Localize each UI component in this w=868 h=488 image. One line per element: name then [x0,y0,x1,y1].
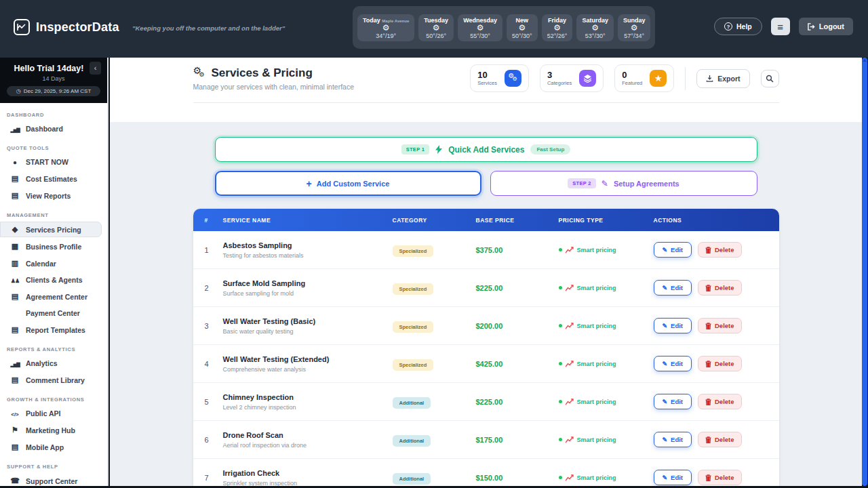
row-actions: ✎ Edit Delete [654,356,779,371]
edit-button[interactable]: ✎ Edit [654,242,692,258]
sidebar-item[interactable]: START NOW [0,155,102,169]
sidebar-section-title: QUOTE TOOLS [7,145,107,151]
row-number: 1 [205,246,223,254]
pencil-icon: ✎ [663,399,668,405]
weather-day-card: Tuesday ⚙ 50°/26° [418,14,454,41]
step1-badge: STEP 1 [401,144,430,155]
service-name: Asbestos Sampling [223,241,393,249]
sidebar-section-title: MANAGEMENT [7,212,107,218]
delete-button[interactable]: Delete [698,394,742,409]
sun-weather-icon: ⚙ [363,24,409,33]
edit-label: Edit [671,284,683,291]
weather-temps: 50°/30° [512,33,532,39]
sidebar-section: REPORTS & ANALYTICS Analytics Comment Li… [0,346,107,388]
delete-button[interactable]: Delete [698,318,742,333]
main-content: ⚙⚙ Services & Pricing Manage your servic… [110,58,862,486]
nav-icon [10,292,20,301]
sidebar-item-label: START NOW [26,158,68,166]
clock-icon: ◷ [16,88,21,94]
edit-button[interactable]: ✎ Edit [654,280,692,296]
sidebar-item[interactable]: Public API [0,406,102,421]
status-dot [559,324,562,327]
weather-day-name: Saturday [582,17,608,24]
sidebar-item[interactable]: Payment Center [0,306,102,321]
sidebar-item[interactable]: Agreement Center [0,289,102,304]
base-price: $175.00 [476,436,559,444]
pricing-type: Smart pricing [559,247,654,253]
table-row: 1 Asbestos Sampling Testing for asbestos… [193,231,779,269]
sidebar-item[interactable]: Analytics [0,356,102,371]
sidebar-item[interactable]: Marketing Hub [0,422,102,438]
sidebar-item[interactable]: Calendar [0,256,102,271]
setup-agreements-button[interactable]: STEP 2 ✎ Setup Agreements [490,171,757,196]
vertical-scrollbar[interactable] [862,58,867,486]
table-row: 3 Well Water Testing (Basic) Basic water… [193,307,779,345]
help-button[interactable]: ? Help [714,18,762,35]
col-base-price: BASE PRICE [476,217,559,224]
pricing-type-label: Smart pricing [577,323,616,329]
sidebar-item[interactable]: Cost Estimates [0,171,102,186]
trend-chart-icon [566,247,574,253]
sidebar-item-label: Business Profile [26,243,81,251]
brand: InspectorData [14,19,119,35]
category-badge: Specialized [393,245,434,257]
sun-weather-icon: ⚙ [582,24,608,33]
pencil-icon: ✎ [663,361,668,367]
quick-setup-section: STEP 1 Quick Add Services Fast Setup + A… [215,137,757,196]
sidebar-collapse-button[interactable]: ‹ [90,62,101,75]
edit-label: Edit [671,360,683,367]
trend-chart-icon [566,474,574,481]
weather-location: Maple Avenue [382,19,409,23]
sidebar-item[interactable]: Services Pricing [0,222,102,237]
hamburger-menu-button[interactable]: ≡ [771,18,790,35]
delete-button[interactable]: Delete [698,432,742,447]
table-row: 7 Irrigation Check Sprinkler system insp… [193,459,779,486]
delete-button[interactable]: Delete [698,280,742,296]
sidebar-item[interactable]: View Reports [0,188,102,203]
nav-icon [10,259,20,268]
sidebar-item[interactable]: Mobile App [0,439,102,455]
sidebar-item-label: Payment Center [26,309,80,317]
edit-button[interactable]: ✎ Edit [654,394,692,409]
sidebar-item[interactable]: Report Templates [0,322,102,338]
service-description: Comprehensive water analysis [223,366,393,373]
edit-button[interactable]: ✎ Edit [654,318,692,333]
sidebar-item[interactable]: Comment Library [0,372,102,388]
pricing-type-label: Smart pricing [577,474,616,481]
delete-button[interactable]: Delete [698,242,742,258]
edit-button[interactable]: ✎ Edit [654,432,692,447]
table-row: 5 Chimney Inspection Level 2 chimney ins… [193,383,779,421]
delete-label: Delete [715,436,734,443]
fast-setup-badge: Fast Setup [530,144,570,155]
lightning-icon [435,145,442,154]
pricing-type: Smart pricing [559,285,654,291]
add-custom-service-button[interactable]: + Add Custom Service [215,171,481,196]
category-badge: Additional [393,473,431,485]
sidebar: Hello Trial 14day! ‹ 14 Days ◷ Dec 29, 2… [0,58,108,486]
trash-icon [705,247,711,253]
sidebar-item[interactable]: Support Center [0,473,102,486]
service-name: Drone Roof Scan [223,431,393,439]
quick-add-services-button[interactable]: STEP 1 Quick Add Services Fast Setup [215,137,757,162]
sidebar-item-label: Marketing Hub [26,426,75,434]
edit-button[interactable]: ✎ Edit [654,356,692,371]
sidebar-item-label: Analytics [26,359,58,367]
weather-day-card: Today Maple Avenue ⚙ 34°/19° [357,14,414,41]
nav-icon [10,476,20,485]
export-button[interactable]: Export [696,69,749,88]
logout-button[interactable]: Logout [799,18,853,35]
sidebar-item[interactable]: Business Profile [0,239,102,254]
delete-button[interactable]: Delete [698,470,742,485]
edit-label: Edit [671,246,683,253]
delete-button[interactable]: Delete [698,356,742,371]
edit-button[interactable]: ✎ Edit [654,470,692,485]
search-icon [766,75,774,83]
sidebar-item[interactable]: Dashboard [0,121,102,136]
sidebar-nav: DASHBOARD Dashboard QUOTE TOOLS [0,112,107,486]
weather-temps: 52°/26° [547,33,568,39]
sidebar-item[interactable]: Clients & Agents [0,272,102,287]
service-name: Well Water Testing (Extended) [223,355,393,363]
table-row: 2 Surface Mold Sampling Surface sampling… [193,269,779,307]
base-price: $375.00 [476,246,559,254]
search-button[interactable] [761,70,779,87]
